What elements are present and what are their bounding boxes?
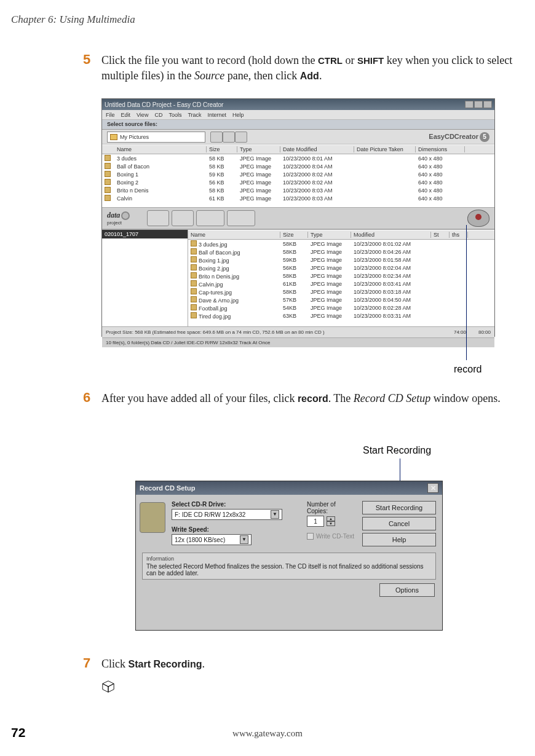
col-dim[interactable]: Dimensions	[416, 146, 465, 152]
bottom-text: 10 file(s), 0 folder(s) Data CD / Joliet…	[106, 340, 271, 345]
step-6: 6 After you have added all of your files…	[101, 391, 532, 406]
list-item[interactable]: Boxing 256 KBJPEG Image10/23/2000 8:02 A…	[102, 178, 494, 186]
cube-icon	[101, 680, 115, 693]
status-text: Project Size: 568 KB (Estimated free spa…	[106, 329, 325, 335]
add-button[interactable]	[147, 210, 169, 226]
options-button[interactable]: Options	[379, 583, 435, 597]
col-type[interactable]: Type	[308, 232, 351, 238]
chevron-down-icon[interactable]: ▼	[240, 535, 248, 544]
folder-icon	[110, 134, 117, 140]
statusbar: Project Size: 568 KB (Estimated free spa…	[102, 326, 494, 337]
copies-input[interactable]: 1	[307, 516, 324, 527]
cd-icon	[121, 211, 130, 220]
menu-item[interactable]: Edit	[121, 112, 131, 118]
list-item[interactable]: Ball of Bacon.jpg58KBJPEG Image10/23/200…	[188, 248, 494, 256]
project-pane: 020101_1707 Name Size Type Modified St t…	[102, 229, 494, 326]
chapter-header: Chapter 6: Using Multimedia	[11, 14, 135, 26]
list-item[interactable]: Boxing 159 KBJPEG Image10/23/2000 8:02 A…	[102, 170, 494, 178]
mid-toolbar: data project	[102, 207, 494, 229]
checkbox-disabled	[307, 533, 314, 540]
menu-item[interactable]: Internet	[208, 112, 227, 118]
col-mod[interactable]: Date Modified	[280, 146, 354, 152]
list-item[interactable]: Ball of Bacon58 KBJPEG Image10/23/2000 8…	[102, 162, 494, 170]
text: data	[107, 211, 120, 219]
bottombar: 10 file(s), 0 folder(s) Data CD / Joliet…	[102, 337, 494, 347]
cancel-button[interactable]: Cancel	[362, 517, 436, 530]
help-button[interactable]: Help	[362, 533, 436, 546]
col-mod[interactable]: Modified	[351, 232, 431, 238]
folder-select[interactable]: My Pictures	[107, 132, 205, 143]
text: Click the file you want to record (hold …	[101, 54, 318, 66]
text: .	[319, 69, 322, 82]
brand-text: EasyCDCreator	[429, 133, 478, 140]
cd-drive-icon	[140, 502, 165, 533]
dialog-titlebar: Record CD Setup ✕	[136, 481, 442, 495]
start-recording-button[interactable]: Start Recording	[362, 501, 436, 514]
keycap-ctrl: CTRL	[318, 55, 343, 66]
list-item[interactable]: Dave & Arno.jpg57KBJPEG Image10/23/2000 …	[188, 296, 494, 304]
list-item[interactable]: Calvin61 KBJPEG Image10/23/2000 8:03 AM6…	[102, 194, 494, 202]
folder-toolbar: My Pictures EasyCDCreator5	[102, 130, 494, 144]
col-size[interactable]: Size	[207, 146, 237, 152]
properties-button[interactable]	[196, 210, 224, 226]
list-item[interactable]: Boxing 2.jpg56KBJPEG Image10/23/2000 8:0…	[188, 264, 494, 272]
menu-item[interactable]: Help	[232, 112, 244, 118]
speed-label: Write Speed:	[172, 526, 282, 533]
project-tree[interactable]: 020101_1707	[102, 230, 188, 326]
speed-select[interactable]: 12x (1800 KB/sec) ▼	[172, 534, 252, 545]
list-item[interactable]: Brito n Denis58 KBJPEG Image10/23/2000 8…	[102, 186, 494, 194]
menu-item[interactable]: File	[106, 112, 115, 118]
source-list-header: Name Size Type Date Modified Date Pictur…	[102, 144, 494, 154]
project-file-list[interactable]: 3 dudes.jpg58KBJPEG Image10/23/2000 8:01…	[188, 240, 494, 326]
write-cd-text-row: Write CD-Text	[307, 533, 356, 540]
col-ths[interactable]: ths	[450, 232, 468, 238]
window-controls[interactable]	[465, 101, 492, 108]
list-item[interactable]: Boxing 1.jpg59KBJPEG Image10/23/2000 8:0…	[188, 256, 494, 264]
col-taken[interactable]: Date Picture Taken	[354, 146, 416, 152]
tree-root[interactable]: 020101_1707	[102, 230, 188, 238]
list-item[interactable]: 3 dudes.jpg58KBJPEG Image10/23/2000 8:01…	[188, 240, 494, 248]
col-name[interactable]: Name	[188, 232, 280, 238]
chevron-down-icon[interactable]: ▼	[271, 510, 279, 519]
text: .	[202, 658, 205, 670]
ui-add: Add	[300, 71, 319, 81]
callout-record: record	[454, 364, 482, 375]
ui-start-recording: Start Recording	[129, 659, 202, 669]
remove-button[interactable]	[172, 210, 194, 226]
ui-pane-name: Source	[194, 69, 224, 82]
copies-label: Number of Copies:	[307, 501, 356, 514]
dialog-title: Record CD Setup	[140, 484, 195, 492]
list-item[interactable]: Calvin.jpg61KBJPEG Image10/23/2000 8:03:…	[188, 280, 494, 288]
col-st[interactable]: St	[431, 232, 450, 238]
col-size[interactable]: Size	[280, 232, 308, 238]
list-item[interactable]: Tired dog.jpg63KBJPEG Image10/23/2000 8:…	[188, 312, 494, 320]
info-body: The selected Record Method finalizes the…	[146, 563, 432, 577]
text: pane, then click	[224, 69, 299, 82]
list-item[interactable]: Brito n Denis.jpg58KBJPEG Image10/23/200…	[188, 272, 494, 280]
step-body: Click Start Recording.	[101, 656, 532, 672]
status-8000: 80:00	[478, 329, 491, 335]
drive-select[interactable]: F: IDE CD R/RW 12x8x32 ▼	[172, 509, 282, 520]
step-number: 7	[83, 655, 90, 671]
keycap-shift: SHIFT	[357, 55, 384, 66]
menubar[interactable]: File Edit View CD Tools Track Internet H…	[102, 110, 494, 120]
transitions-button[interactable]	[227, 210, 255, 226]
col-name[interactable]: Name	[114, 146, 207, 152]
source-file-list[interactable]: 3 dudes58 KBJPEG Image10/23/2000 8:01 AM…	[102, 154, 494, 207]
text: . The	[328, 392, 354, 404]
project-file-pane: Name Size Type Modified St ths 3 dudes.j…	[188, 230, 494, 326]
record-button[interactable]	[467, 210, 489, 227]
close-icon[interactable]: ✕	[427, 483, 438, 493]
menu-item[interactable]: Tools	[168, 112, 181, 118]
list-item[interactable]: Cap-tures.jpg58KBJPEG Image10/23/2000 8:…	[188, 288, 494, 296]
col-type[interactable]: Type	[237, 146, 280, 152]
copies-spinner[interactable]: ▲▼	[327, 516, 335, 526]
menu-item[interactable]: Track	[188, 112, 201, 118]
speed-value: 12x (1800 KB/sec)	[175, 537, 225, 543]
nav-buttons[interactable]	[210, 132, 247, 143]
menu-item[interactable]: CD	[154, 112, 162, 118]
list-item[interactable]: Football.jpg54KBJPEG Image10/23/2000 8:0…	[188, 304, 494, 312]
menu-item[interactable]: View	[137, 112, 148, 118]
list-item[interactable]: 3 dudes58 KBJPEG Image10/23/2000 8:01 AM…	[102, 154, 494, 162]
step-7: 7 Click Start Recording.	[101, 656, 532, 672]
